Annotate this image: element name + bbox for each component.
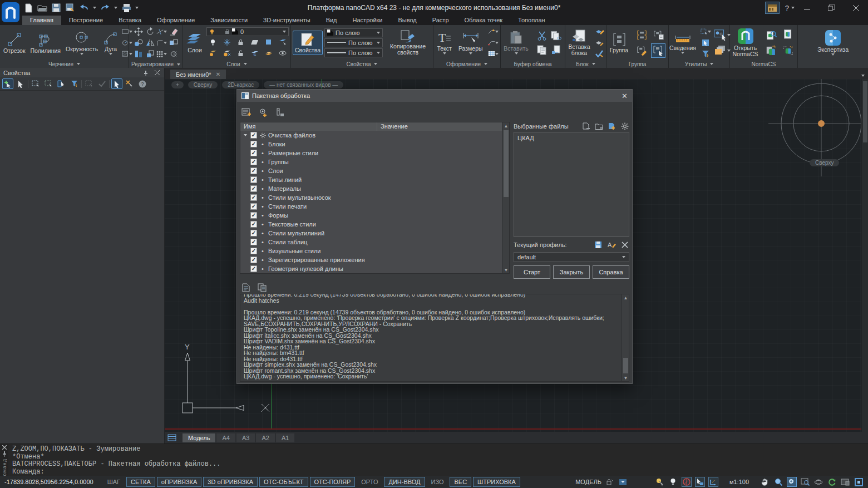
- dimensions-button[interactable]: Размеры: [457, 29, 485, 56]
- checkbox-icon[interactable]: ✓: [250, 167, 257, 174]
- group-create-icon[interactable]: [637, 30, 647, 40]
- ribbon-tab[interactable]: Топоплан: [510, 16, 553, 25]
- segment-button[interactable]: Отрезок: [2, 31, 27, 55]
- column-value[interactable]: Значение: [377, 122, 502, 131]
- selection-display-icon[interactable]: [695, 477, 705, 487]
- select-cursor-icon[interactable]: [701, 38, 711, 48]
- zoom-window-icon[interactable]: [787, 477, 797, 487]
- fillet-icon[interactable]: [156, 38, 167, 48]
- add-operation-icon[interactable]: [258, 107, 268, 117]
- viewport-linked-views-button[interactable]: — нет связанных видов —: [264, 81, 343, 88]
- tree-row[interactable]: ✓ • Стили печати: [240, 202, 502, 211]
- log-scrollbar[interactable]: ▲ ▼: [622, 294, 629, 381]
- log-area[interactable]: Прошло времени: 0.219 секунд (14739 объе…: [240, 294, 629, 382]
- status-toggle[interactable]: 3D оПРИВЯЗКА: [203, 477, 258, 487]
- offset-icon[interactable]: [168, 38, 179, 48]
- copy-log-icon[interactable]: [258, 283, 267, 292]
- rename-profile-icon[interactable]: A: [607, 240, 616, 249]
- ribbon-tab[interactable]: 3D-инструменты: [255, 16, 318, 25]
- selection-cycling-icon[interactable]: [714, 28, 731, 42]
- ribbon-tab[interactable]: Построение: [61, 16, 111, 25]
- properties-button[interactable]: Свойства: [293, 31, 323, 55]
- zoom-extents-icon[interactable]: [800, 477, 810, 487]
- panel-format-footer[interactable]: Оформление: [433, 60, 500, 68]
- viewport-view-button[interactable]: Сверху: [188, 81, 218, 88]
- status-toggle[interactable]: ОРТО: [357, 477, 382, 487]
- new-file-icon[interactable]: [23, 3, 33, 13]
- redo-history-caret-icon[interactable]: [114, 7, 117, 9]
- close-dialog-button[interactable]: Закрыть: [553, 265, 590, 279]
- layer-merge-icon[interactable]: [263, 48, 274, 58]
- sheet-tab[interactable]: А3: [236, 433, 255, 442]
- rotate-icon[interactable]: [145, 27, 155, 37]
- sheet-tab[interactable]: А1: [276, 433, 294, 442]
- crossing-select-icon[interactable]: [43, 78, 54, 89]
- tree-row[interactable]: ✓ • Стили таблиц: [240, 238, 502, 247]
- start-button[interactable]: Старт: [514, 265, 550, 279]
- tree-row[interactable]: ✓ • Зарегистрированные приложения: [240, 255, 502, 264]
- files-settings-icon[interactable]: [620, 122, 629, 131]
- tree-row[interactable]: ✓ • Слои: [240, 166, 502, 175]
- checkbox-icon[interactable]: ✓: [250, 185, 257, 192]
- linetype-dropdown[interactable]: По слою: [324, 38, 383, 47]
- annotation-visibility-icon[interactable]: [655, 477, 665, 487]
- ribbon-tab[interactable]: Вид: [318, 16, 345, 25]
- arc-button[interactable]: Дуга: [101, 29, 120, 56]
- multileader-icon[interactable]: [488, 27, 499, 37]
- dialog-title-bar[interactable]: Пакетная обработка ✕: [237, 90, 632, 102]
- leader-icon[interactable]: [488, 38, 499, 48]
- save-log-icon[interactable]: [241, 283, 251, 292]
- paste-caret-icon[interactable]: [515, 52, 518, 55]
- remove-all-files-icon[interactable]: [595, 122, 604, 131]
- copy-icon[interactable]: [133, 38, 144, 48]
- checkbox-icon[interactable]: ✓: [250, 159, 257, 165]
- color-dropdown[interactable]: По слою: [324, 28, 383, 37]
- checkbox-icon[interactable]: ✓: [250, 265, 257, 272]
- status-toggle[interactable]: ВЕС: [450, 477, 471, 487]
- circle-button[interactable]: Окружность: [64, 29, 100, 56]
- dialog-close-icon[interactable]: ✕: [622, 92, 628, 100]
- checkbox-icon[interactable]: ✓: [250, 221, 257, 228]
- ribbon-tab[interactable]: Вывод: [390, 16, 424, 25]
- panel-normacs-footer[interactable]: NormaCS: [730, 60, 797, 68]
- copy-with-basepoint-icon[interactable]: [551, 31, 561, 41]
- text-button[interactable]: T Текст: [435, 29, 453, 56]
- tree-header[interactable]: Имя Значение: [240, 122, 502, 131]
- viewport-visual-style-button[interactable]: 2D-каркас: [222, 81, 259, 88]
- status-toggle[interactable]: ОТС-ПОЛЯР: [310, 477, 356, 487]
- normacs-clipboard-icon[interactable]: [766, 46, 777, 56]
- redo-icon[interactable]: [100, 3, 110, 13]
- info-caret-icon[interactable]: [681, 52, 684, 54]
- status-toggle[interactable]: СЕТКА: [126, 477, 155, 487]
- checkbox-icon[interactable]: ✓: [250, 230, 257, 236]
- info-button[interactable]: Сведения: [668, 30, 698, 55]
- sheet-tab[interactable]: Модель: [183, 433, 215, 442]
- invert-select-icon[interactable]: [56, 78, 67, 89]
- dimensions-caret-icon[interactable]: [469, 52, 472, 55]
- expertise-caret-icon[interactable]: [831, 53, 835, 56]
- tray-icon[interactable]: [618, 477, 628, 487]
- ribbon-tab[interactable]: Настройки: [345, 16, 391, 25]
- layer-on-icon[interactable]: [208, 37, 218, 47]
- save-profile-icon[interactable]: [594, 240, 603, 249]
- ribbon-tab[interactable]: Растр: [425, 16, 457, 25]
- panel-edit-footer[interactable]: Редактирование: [129, 61, 183, 68]
- checkbox-icon[interactable]: ✓: [250, 194, 257, 201]
- layer-visibility-icon[interactable]: [277, 48, 288, 58]
- model-space-label[interactable]: МОДЕЛЬ: [575, 479, 601, 485]
- explode-icon[interactable]: [168, 49, 179, 59]
- normacs-frame-icon[interactable]: [783, 46, 793, 56]
- window-select-icon[interactable]: [30, 78, 41, 89]
- workspace-switch-icon[interactable]: [765, 2, 780, 14]
- panel-drawing-footer[interactable]: Черчение: [0, 60, 129, 68]
- layer-match-icon[interactable]: [277, 37, 288, 47]
- panel-clipboard-footer[interactable]: Буфер обмена: [501, 60, 565, 68]
- tree-row[interactable]: ✓ • Стили мультивыносок: [240, 193, 502, 202]
- tree-row[interactable]: ✓ • Очистка файлов: [240, 131, 502, 140]
- ribbon-tab[interactable]: Облака точек: [457, 16, 511, 25]
- ribbon-tab[interactable]: Вставка: [111, 16, 149, 25]
- layer-sheet-icon[interactable]: [249, 37, 260, 47]
- layer-isolate-icon[interactable]: ⇅: [249, 48, 260, 58]
- panel-block-footer[interactable]: Блок: [565, 60, 606, 68]
- array-icon[interactable]: [156, 49, 167, 59]
